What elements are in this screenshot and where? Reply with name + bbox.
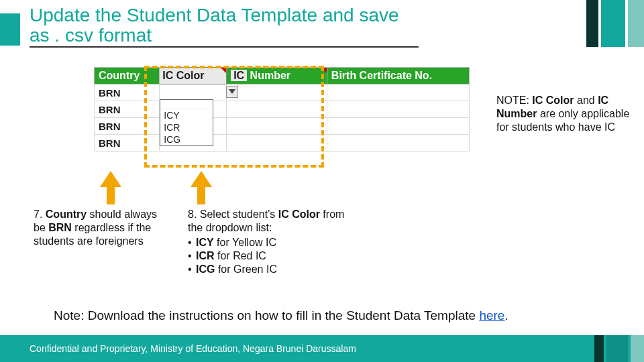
top-left-accent bbox=[0, 13, 20, 46]
table-row: BRN bbox=[95, 101, 470, 118]
arrow-up-icon bbox=[188, 171, 215, 204]
dropdown-button[interactable] bbox=[226, 86, 238, 98]
footer-right-accent bbox=[594, 335, 644, 362]
cell-ic-color-dropdown[interactable]: ICY ICR ICG bbox=[160, 84, 227, 101]
cell-country: BRN bbox=[95, 84, 160, 101]
step-7-caption: 7. Country should always be BRN regardle… bbox=[34, 208, 161, 248]
note-ic-applicability: NOTE: IC Color and IC Number are only ap… bbox=[496, 94, 631, 134]
table-row: BRN bbox=[95, 135, 470, 152]
list-item: ICG for Green IC bbox=[188, 263, 362, 276]
instructions-link[interactable]: here bbox=[479, 308, 504, 322]
col-header-birth-cert: Birth Certificate No. bbox=[327, 68, 469, 84]
footer-bar: Confidential and Proprietary, Ministry o… bbox=[0, 335, 644, 362]
dropdown-option[interactable]: ICR bbox=[160, 121, 213, 133]
footer-text: Confidential and Proprietary, Ministry o… bbox=[30, 343, 356, 354]
list-item: ICY for Yellow IC bbox=[188, 236, 362, 249]
dropdown-option[interactable]: ICG bbox=[160, 133, 213, 145]
bottom-download-note: Note: Download the instructions on how t… bbox=[54, 308, 604, 323]
step-8-caption: 8. Select student's IC Color from the dr… bbox=[188, 208, 362, 276]
cell-country: BRN bbox=[95, 118, 160, 135]
svg-marker-0 bbox=[229, 89, 235, 94]
student-data-table: Country IC Color IC Number Birth Certifi… bbox=[94, 67, 470, 152]
table-row: BRN bbox=[95, 118, 470, 135]
top-right-accent bbox=[586, 0, 644, 47]
chevron-down-icon bbox=[229, 89, 235, 95]
dropdown-list[interactable]: ICY ICR ICG bbox=[160, 99, 213, 146]
col-header-ic-color: IC Color bbox=[160, 68, 227, 84]
cell-birth-cert bbox=[327, 84, 469, 101]
col-header-country: Country bbox=[95, 68, 160, 84]
svg-marker-2 bbox=[191, 171, 212, 204]
arrow-up-icon bbox=[97, 171, 124, 204]
table-row: BRN ICY ICR ICG bbox=[95, 84, 470, 101]
excel-table-area: Country IC Color IC Number Birth Certifi… bbox=[94, 67, 470, 152]
cell-country: BRN bbox=[95, 135, 160, 152]
svg-marker-1 bbox=[100, 171, 121, 204]
dropdown-option[interactable]: ICY bbox=[160, 109, 213, 121]
page-title: Update the Student Data Template and sav… bbox=[30, 5, 419, 48]
list-item: ICR for Red IC bbox=[188, 249, 362, 263]
cell-ic-number bbox=[227, 84, 327, 101]
cell-country: BRN bbox=[95, 101, 160, 118]
col-header-ic-number: IC Number bbox=[227, 68, 327, 84]
